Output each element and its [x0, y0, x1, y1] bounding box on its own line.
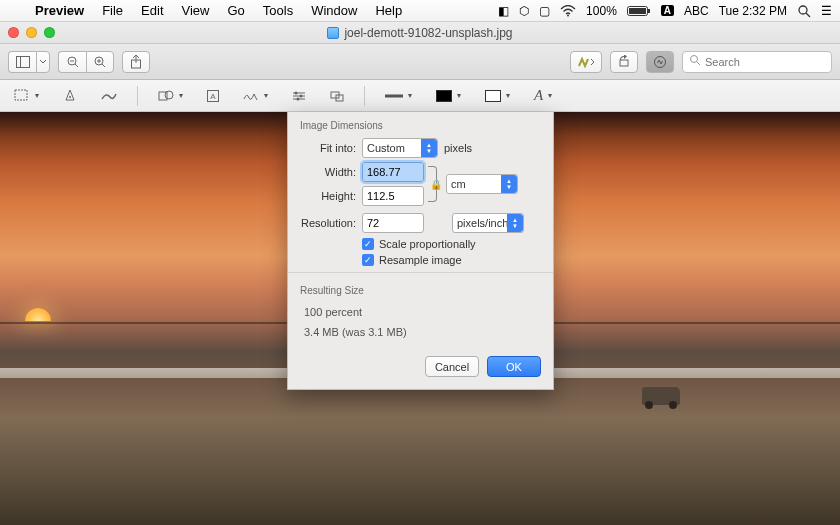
image-sun [25, 308, 51, 321]
image-canvas[interactable]: Image Dimensions Fit into: Custom ▲▼ pix… [0, 112, 840, 525]
highlight-button[interactable] [570, 51, 602, 73]
markup-button[interactable] [646, 51, 674, 73]
fill-color-tool[interactable]: ▾ [481, 88, 514, 104]
zoom-out-button[interactable] [58, 51, 86, 73]
markup-toolbar: ▾ ▾ A ▾ ▾ ▾ ▾ A▾ [0, 80, 840, 112]
menu-view[interactable]: View [173, 3, 219, 18]
adjust-size-tool[interactable] [326, 88, 348, 104]
scale-proportionally-checkbox[interactable]: ✓ Scale proportionally [288, 236, 553, 252]
svg-rect-17 [620, 60, 628, 66]
search-icon [689, 54, 701, 69]
menu-window[interactable]: Window [302, 3, 366, 18]
system-menubar: Preview File Edit View Go Tools Window H… [0, 0, 840, 22]
menu-edit[interactable]: Edit [132, 3, 172, 18]
resolution-unit-select[interactable]: pixels/inch ▲▼ [452, 213, 524, 233]
resample-image-label: Resample image [379, 254, 462, 266]
toolbar-divider [364, 86, 365, 106]
fit-into-unit: pixels [444, 142, 472, 154]
scale-proportionally-label: Scale proportionally [379, 238, 476, 250]
toolbar-divider [137, 86, 138, 106]
section-image-dimensions: Image Dimensions [288, 112, 553, 135]
menu-help[interactable]: Help [366, 3, 411, 18]
airplay-icon[interactable]: ▢ [539, 4, 550, 18]
search-field[interactable] [682, 51, 832, 73]
svg-line-20 [697, 62, 700, 65]
svg-point-32 [297, 97, 300, 100]
resample-image-checkbox[interactable]: ✓ Resample image [288, 252, 553, 268]
lock-icon[interactable]: 🔒 [430, 179, 442, 190]
result-filesize: 3.4 MB (was 3.1 MB) [304, 322, 537, 342]
resolution-label: Resolution: [300, 217, 356, 229]
shapes-tool[interactable]: ▾ [154, 87, 187, 105]
adjust-color-tool[interactable] [288, 88, 310, 104]
svg-point-4 [799, 6, 807, 14]
sketch-tool[interactable] [97, 89, 121, 103]
view-mode-dropdown[interactable] [36, 51, 50, 73]
menu-file[interactable]: File [93, 3, 132, 18]
cancel-button[interactable]: Cancel [425, 356, 479, 377]
rotate-button[interactable] [610, 51, 638, 73]
dropbox-icon[interactable]: ⬡ [519, 4, 529, 18]
svg-line-5 [806, 13, 810, 17]
selection-tool[interactable]: ▾ [10, 87, 43, 105]
height-field[interactable] [362, 186, 424, 206]
clock[interactable]: Tue 2:32 PM [719, 4, 787, 18]
menu-tools[interactable]: Tools [254, 3, 302, 18]
instant-alpha-tool[interactable] [59, 87, 81, 105]
zoom-in-button[interactable] [86, 51, 114, 73]
text-style-tool[interactable]: A▾ [530, 85, 556, 106]
window-minimize[interactable] [26, 27, 37, 38]
resolution-field[interactable] [362, 213, 424, 233]
wifi-icon[interactable] [560, 5, 576, 17]
width-label: Width: [300, 166, 356, 178]
fit-into-label: Fit into: [300, 142, 356, 154]
window-titlebar: joel-demott-91082-unsplash.jpg [0, 22, 840, 44]
checkbox-checked-icon: ✓ [362, 238, 374, 250]
menu-go[interactable]: Go [218, 3, 253, 18]
svg-rect-21 [15, 90, 27, 100]
image-vehicle [642, 387, 680, 405]
svg-rect-6 [16, 56, 29, 67]
section-resulting-size: Resulting Size [288, 277, 553, 300]
svg-rect-3 [648, 9, 650, 13]
svg-line-14 [102, 64, 105, 67]
window-close[interactable] [8, 27, 19, 38]
share-button[interactable] [122, 51, 150, 73]
width-field[interactable] [362, 162, 424, 182]
svg-point-30 [295, 91, 298, 94]
dialog-divider [288, 272, 553, 273]
svg-point-24 [165, 91, 173, 99]
window-zoom[interactable] [44, 27, 55, 38]
input-source[interactable]: A [661, 5, 674, 16]
sign-tool[interactable]: ▾ [239, 88, 272, 104]
svg-point-31 [300, 94, 303, 97]
result-percent: 100 percent [304, 302, 537, 322]
input-source-label: ABC [684, 4, 709, 18]
height-label: Height: [300, 190, 356, 202]
main-toolbar [0, 44, 840, 80]
svg-point-0 [567, 14, 569, 16]
app-menu[interactable]: Preview [26, 3, 93, 18]
aspect-lock-bracket: 🔒 [424, 162, 440, 206]
view-mode-button[interactable] [8, 51, 36, 73]
battery-icon[interactable] [627, 5, 651, 17]
fit-into-select[interactable]: Custom ▲▼ [362, 138, 438, 158]
adjust-size-dialog: Image Dimensions Fit into: Custom ▲▼ pix… [287, 112, 554, 390]
svg-line-10 [75, 64, 78, 67]
wh-unit-select[interactable]: cm ▲▼ [446, 174, 518, 194]
line-style-tool[interactable]: ▾ [381, 89, 416, 102]
text-tool[interactable]: A [203, 88, 223, 104]
notification-center-icon[interactable]: ☰ [821, 4, 832, 18]
svg-text:A: A [210, 92, 216, 101]
battery-percent: 100% [586, 4, 617, 18]
checkbox-checked-icon: ✓ [362, 254, 374, 266]
search-input[interactable] [705, 56, 840, 68]
svg-rect-2 [629, 8, 646, 14]
svg-point-19 [691, 56, 698, 63]
window-title: joel-demott-91082-unsplash.jpg [344, 26, 512, 40]
file-type-icon [327, 27, 339, 39]
statusbar-icon[interactable]: ◧ [498, 4, 509, 18]
ok-button[interactable]: OK [487, 356, 541, 377]
spotlight-icon[interactable] [797, 4, 811, 18]
border-color-tool[interactable]: ▾ [432, 88, 465, 104]
